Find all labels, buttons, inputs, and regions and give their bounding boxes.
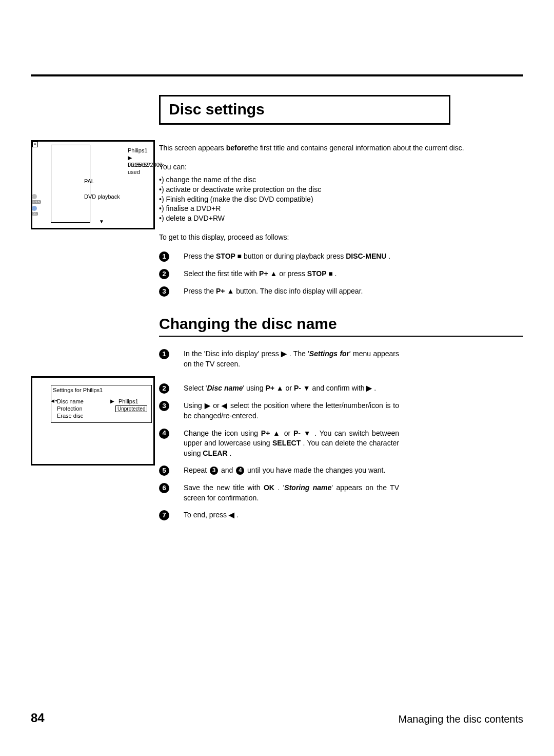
step-text: Select 'Disc name' using P+ ▲ or P- ▼ an…: [184, 383, 399, 394]
step-number-ref-icon: 4: [236, 467, 244, 475]
disc-playback: DVD playback: [84, 193, 120, 200]
settings-for-screen: Settings for Philips1 ◀▼ Disc name Prote…: [31, 376, 155, 466]
page-number: 84: [31, 711, 45, 725]
disc-label-bottom: 01: [32, 212, 38, 216]
bullet: •) delete a DVD+RW: [159, 214, 523, 223]
step-number-icon: 4: [159, 429, 169, 439]
step: 3 Using ▶ or ◀ select the position where…: [159, 401, 523, 421]
step-text: Repeat 3 and 4 until you have made the c…: [184, 466, 399, 476]
proceed-label: To get to this display, proceed as follo…: [159, 232, 523, 242]
step-text: In the 'Disc info display' press ▶ . The…: [184, 349, 399, 369]
step-number-icon: 5: [159, 466, 169, 476]
step-text: Save the new title with OK . 'Storing na…: [184, 483, 399, 503]
disc-info-screen: Philips1 ▶ 00:35:59 used Fri15/02/2003 P…: [31, 140, 155, 229]
disc-date: Fri15/02/2003: [128, 161, 163, 168]
camera-icon: [32, 206, 37, 211]
step-number-icon: 7: [159, 510, 169, 520]
disc-icon: [32, 194, 37, 199]
disc-name-value: Philips1: [118, 398, 138, 404]
chapter-title: Managing the disc contents: [399, 713, 524, 725]
bullet: •) Finish editing (make the disc DVD com…: [159, 195, 523, 204]
you-can-label: You can:: [159, 162, 523, 172]
step-number-icon: 3: [159, 286, 169, 297]
step-number-icon: 6: [159, 483, 169, 493]
step: 4 Change the icon using P+ ▲ or P- ▼ . Y…: [159, 429, 523, 459]
disc-title: Philips1: [128, 147, 148, 154]
step: 1 In the 'Disc info display' press ▶ . T…: [159, 349, 523, 369]
step-text: To end, press ◀ .: [184, 510, 399, 520]
disc-pal: PAL: [84, 178, 94, 185]
intro-text: This screen appears beforethe first titl…: [159, 143, 523, 242]
menu-item-protection: Protection: [57, 405, 83, 412]
step: 2 Select 'Disc name' using P+ ▲ or P- ▼ …: [159, 383, 523, 394]
menu-item-disc-name: Disc name: [57, 398, 84, 404]
step-text: Press the STOP ■ button or during playba…: [184, 251, 471, 262]
protection-value: Unprotected: [115, 405, 147, 412]
disc-label-top: 1:15: [32, 200, 41, 204]
step-number-icon: 3: [159, 401, 169, 411]
step-number-icon: 2: [159, 269, 169, 279]
step: 5 Repeat 3 and 4 until you have made the…: [159, 466, 523, 476]
section-title-box: Disc settings: [159, 95, 450, 125]
page-footer: 84 Managing the disc contents: [31, 711, 523, 725]
step-number-ref-icon: 3: [210, 467, 218, 475]
intro-part1: This screen appears: [159, 144, 226, 152]
subsection-rule: [159, 336, 523, 337]
step-text: Change the icon using P+ ▲ or P- ▼ . You…: [184, 429, 399, 459]
intro-part2: the first title and contains general inf…: [248, 144, 464, 152]
settings-title: Settings for Philips1: [53, 387, 103, 393]
step-text: Using ▶ or ◀ select the position where t…: [184, 401, 399, 421]
intro-bold: before: [226, 144, 248, 152]
right-arrow-icon: ▶: [110, 398, 114, 404]
step-text: Press the P+ ▲ button. The disc info dis…: [184, 286, 471, 297]
steps-get-to-display: 1 Press the STOP ■ button or during play…: [159, 251, 523, 297]
step: 2 Select the first title with P+ ▲ or pr…: [159, 269, 523, 279]
step-text: Select the first title with P+ ▲ or pres…: [184, 269, 471, 279]
steps-change-name: 1 In the 'Disc info display' press ▶ . T…: [159, 349, 523, 520]
menu-item-erase: Erase disc: [57, 413, 83, 419]
bullet: •) finalise a DVD+R: [159, 204, 523, 214]
bullet: •) change the name of the disc: [159, 175, 523, 185]
stop-icon: ×: [32, 142, 38, 147]
step-number-icon: 2: [159, 383, 169, 394]
step: 3 Press the P+ ▲ button. The disc info d…: [159, 286, 523, 297]
step-number-icon: 1: [159, 251, 169, 262]
subsection-title: Changing the disc name: [159, 315, 523, 333]
top-rule: [31, 74, 523, 76]
step-number-icon: 1: [159, 349, 169, 359]
step: 7 To end, press ◀ .: [159, 510, 523, 520]
capability-list: •) change the name of the disc •) activa…: [159, 175, 523, 223]
down-arrow-icon: ▼: [99, 219, 104, 224]
bullet: •) activate or deactivate write protecti…: [159, 185, 523, 195]
step: 6 Save the new title with OK . 'Storing …: [159, 483, 523, 503]
section-title: Disc settings: [169, 101, 441, 118]
step: 1 Press the STOP ■ button or during play…: [159, 251, 523, 262]
